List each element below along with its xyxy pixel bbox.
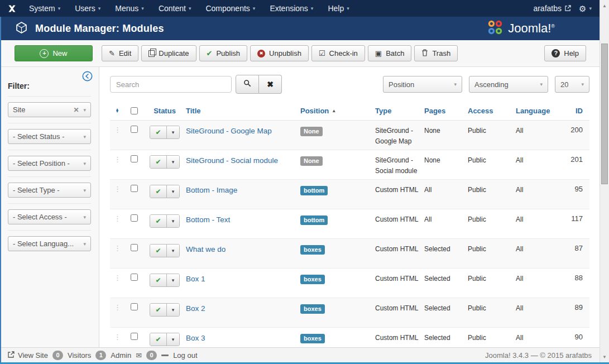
status-published-button[interactable]: ✔ [150,156,166,168]
table-row: ⋮ ✔ ▾ SiteGround - Social module None Si… [110,150,589,180]
topnav-menu-users[interactable]: Users ▾ [68,0,108,17]
clear-filter-icon[interactable]: ✕ [73,106,83,114]
module-title-link[interactable]: SiteGround - Social module [186,156,278,165]
duplicate-button[interactable]: Duplicate [141,45,196,61]
status-published-button[interactable]: ✔ [150,274,166,286]
status-dropdown-button[interactable]: ▾ [166,156,179,168]
row-checkbox[interactable] [131,185,138,192]
column-header-type[interactable]: Type [375,107,424,115]
status-dropdown-button[interactable]: ▾ [166,215,179,227]
scroll-up-icon[interactable]: ▲ [600,1,609,10]
position-badge: bottom [300,186,328,195]
drag-handle-icon[interactable]: ⋮ [110,274,124,282]
topnav-menu-menus[interactable]: Menus ▾ [108,0,151,17]
scroll-down-icon[interactable]: ▼ [600,352,609,361]
status-published-button[interactable]: ✔ [150,304,166,316]
topnav-menu-components[interactable]: Components ▾ [198,0,262,17]
drag-handle-icon[interactable]: ⋮ [110,244,124,252]
edit-button[interactable]: ✎Edit [102,45,138,61]
status-published-button[interactable]: ✔ [150,333,166,346]
column-header-language[interactable]: Language [516,107,563,115]
column-header-id[interactable]: ID [563,107,589,115]
help-icon: ? [552,49,560,58]
user-menu[interactable]: arafatbs [533,4,571,13]
module-title-link[interactable]: Box 1 [186,275,205,283]
row-checkbox[interactable] [131,333,138,340]
row-checkbox[interactable] [131,244,138,251]
select-all-checkbox[interactable] [131,107,138,114]
filter-select-site[interactable]: Site ✕▾ [8,102,91,117]
collapse-sidebar-button[interactable] [82,71,93,82]
status-dropdown-button[interactable]: ▾ [166,274,179,286]
module-title-link[interactable]: Box 3 [186,334,205,342]
topnav-menu-content[interactable]: Content ▾ [151,0,199,17]
row-checkbox[interactable] [131,126,138,133]
vertical-scrollbar[interactable]: ▲ ▼ [600,0,609,362]
status-dropdown-button[interactable]: ▾ [166,126,179,138]
logout-link[interactable]: Log out [173,351,197,360]
column-header-title[interactable]: Title [186,107,300,115]
filter-select-select-status[interactable]: - Select Status - ▾ [8,129,91,144]
unpublish-button[interactable]: ✖Unpublish [250,45,309,61]
status-published-button[interactable]: ✔ [150,245,166,257]
search-input[interactable] [110,76,232,93]
drag-handle-icon[interactable]: ⋮ [110,333,124,341]
publish-button[interactable]: ✔Publish [199,45,248,61]
status-published-button[interactable]: ✔ [150,215,166,227]
drag-handle-icon[interactable]: ⋮ [110,214,124,223]
check-in-button[interactable]: ☑Check-in [311,45,365,61]
chevron-down-icon: ▾ [172,278,175,283]
status-dropdown-button[interactable]: ▾ [166,333,179,346]
module-title-link[interactable]: Bottom - Image [186,186,237,194]
settings-menu[interactable]: ⚙ ▾ [579,4,592,13]
module-title-link[interactable]: What we do [186,245,226,253]
module-title-link[interactable]: SiteGround - Google Map [186,127,272,135]
status-published-button[interactable]: ✔ [150,185,166,198]
new-button[interactable]: +New [15,45,93,61]
module-language: All [516,244,563,254]
topnav-menu-extensions[interactable]: Extensions ▾ [262,0,320,17]
filter-select-select-type[interactable]: - Select Type - ▾ [8,183,91,198]
status-published-button[interactable]: ✔ [150,126,166,138]
table-row: ⋮ ✔ ▾ Bottom - Image bottom Custom HTML … [110,180,589,209]
status-dropdown-button[interactable]: ▾ [166,304,179,316]
clear-search-button[interactable]: ✖ [259,75,282,94]
drag-handle-icon[interactable]: ⋮ [110,155,124,164]
sort-select-20[interactable]: 20 ▾ [555,76,589,93]
topnav-menu-help[interactable]: Help ▾ [320,0,356,17]
status-dropdown-button[interactable]: ▾ [166,245,179,257]
status-dropdown-button[interactable]: ▾ [166,185,179,198]
trash-button[interactable]: Trash [414,45,458,61]
filter-select-select-languag[interactable]: - Select Languag... ▾ [8,236,91,251]
mail-icon[interactable]: ✉ [136,351,142,360]
scrollbar-thumb[interactable] [601,44,608,184]
module-title-link[interactable]: Bottom - Text [186,215,230,224]
column-header-status[interactable]: Status [143,107,186,115]
chevron-down-icon: ▾ [454,82,457,87]
row-checkbox[interactable] [131,274,138,281]
batch-button[interactable]: ▣Batch [368,45,412,61]
drag-handle-icon[interactable]: ⋮ [110,126,124,134]
row-checkbox[interactable] [131,214,138,222]
ordering-sort-icon[interactable]: ▴▾ [110,108,124,113]
view-site-link[interactable]: View Site [8,351,48,360]
check-icon: ✔ [155,247,161,254]
filter-select-select-access[interactable]: - Select Access - ▾ [8,209,91,224]
column-header-access[interactable]: Access [468,107,516,115]
drag-handle-icon[interactable]: ⋮ [110,185,124,193]
help-button[interactable]: ? Help [544,45,586,61]
row-checkbox[interactable] [131,155,138,162]
module-language: All [516,185,563,195]
sort-select-position[interactable]: Position ▾ [383,76,462,93]
chevron-down-icon: ▾ [172,130,175,135]
drag-handle-icon[interactable]: ⋮ [110,303,124,312]
row-checkbox[interactable] [131,303,138,310]
module-title-link[interactable]: Box 2 [186,304,205,313]
sort-select-ascending[interactable]: Ascending ▾ [469,76,548,93]
filter-select-select-position[interactable]: - Select Position - ▾ [8,156,91,171]
search-button[interactable] [236,75,259,94]
admin-label: Admin [111,351,131,360]
unpublish-icon: ✖ [257,50,265,58]
topnav-menu-system[interactable]: System ▾ [22,0,68,17]
column-header-position[interactable]: Position▲ [300,107,375,115]
